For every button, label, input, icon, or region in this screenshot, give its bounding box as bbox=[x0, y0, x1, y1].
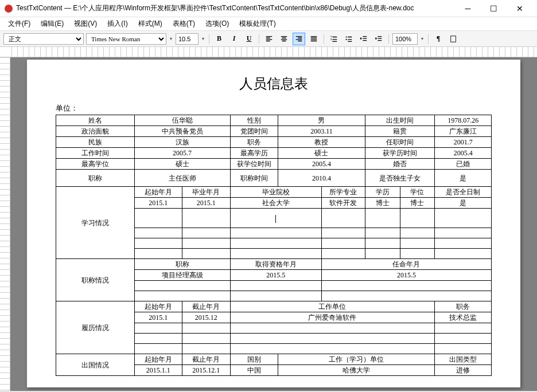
cell[interactable]: 职称时间 bbox=[230, 170, 278, 187]
cell[interactable]: 政治面貌 bbox=[56, 126, 135, 137]
cell[interactable]: 进修 bbox=[435, 365, 492, 376]
cell[interactable]: 国别 bbox=[230, 354, 278, 365]
cell[interactable]: 工作时间 bbox=[56, 148, 135, 159]
cell[interactable]: 所学专业 bbox=[321, 187, 365, 198]
cell[interactable]: 职称情况 bbox=[56, 259, 135, 301]
cell[interactable]: 最高学位 bbox=[56, 159, 135, 170]
cell[interactable]: 学位 bbox=[400, 187, 435, 198]
cell[interactable]: 截止年月 bbox=[182, 354, 230, 365]
cell[interactable]: 主任医师 bbox=[134, 170, 230, 187]
cell[interactable]: 是否全日制 bbox=[435, 187, 492, 198]
cell[interactable]: 毕业院校 bbox=[230, 187, 321, 198]
cell[interactable]: 1978.07.26 bbox=[435, 115, 492, 126]
cell[interactable]: 2015.5 bbox=[321, 270, 491, 281]
align-justify-button[interactable] bbox=[308, 33, 320, 45]
font-combo[interactable]: Times New Roman bbox=[86, 33, 166, 45]
cell[interactable]: 2015.1 bbox=[134, 312, 182, 323]
cell[interactable]: 中共预备党员 bbox=[134, 126, 230, 137]
cell[interactable]: 2015.12 bbox=[182, 312, 230, 323]
cell[interactable]: 最高学历 bbox=[230, 148, 278, 159]
cell[interactable]: 中国 bbox=[230, 365, 278, 376]
cell[interactable]: 任职时间 bbox=[365, 137, 434, 148]
vertical-ruler[interactable] bbox=[0, 57, 10, 391]
cell[interactable]: 取得资格年月 bbox=[230, 259, 321, 270]
cell[interactable]: 出生时间 bbox=[365, 115, 434, 126]
zoom-combo[interactable] bbox=[392, 33, 418, 45]
bullet-list-button[interactable] bbox=[343, 33, 355, 45]
cell[interactable]: 男 bbox=[278, 115, 365, 126]
cell[interactable]: 2015.5 bbox=[230, 270, 321, 281]
horizontal-ruler[interactable] bbox=[0, 47, 537, 57]
cell[interactable]: 职称 bbox=[56, 170, 135, 187]
italic-button[interactable]: I bbox=[228, 33, 240, 45]
cell[interactable]: 职务 bbox=[230, 137, 278, 148]
cell[interactable]: 截止年月 bbox=[182, 301, 230, 312]
close-button[interactable]: ✕ bbox=[507, 1, 532, 17]
align-center-button[interactable] bbox=[278, 33, 290, 45]
cell[interactable]: 出国类型 bbox=[435, 354, 492, 365]
cell[interactable]: 博士 bbox=[400, 198, 435, 209]
cell[interactable]: 2003.11 bbox=[278, 126, 365, 137]
dropdown-icon[interactable]: ▾ bbox=[201, 33, 205, 45]
cell[interactable]: 性别 bbox=[230, 115, 278, 126]
cell[interactable]: 职称 bbox=[134, 259, 230, 270]
dropdown-icon[interactable]: ▾ bbox=[420, 33, 425, 45]
cell[interactable]: 获学历时间 bbox=[365, 148, 434, 159]
underline-button[interactable]: U bbox=[243, 33, 255, 45]
menu-format[interactable]: 样式(M) bbox=[134, 18, 167, 30]
cell[interactable]: 2015.12.1 bbox=[182, 365, 230, 376]
cell[interactable]: 是否独生子女 bbox=[365, 170, 434, 187]
cell[interactable]: 伍华聪 bbox=[134, 115, 230, 126]
cell[interactable]: 2015.1 bbox=[134, 198, 182, 209]
cell[interactable]: 起始年月 bbox=[134, 354, 182, 365]
outdent-button[interactable] bbox=[357, 33, 370, 45]
cell[interactable]: 起始年月 bbox=[134, 187, 182, 198]
cell[interactable]: 党团时间 bbox=[230, 126, 278, 137]
cell[interactable]: 2010.4 bbox=[278, 170, 365, 187]
minimize-button[interactable]: ─ bbox=[455, 1, 481, 17]
numbered-list-button[interactable]: 12 bbox=[328, 33, 340, 45]
cell[interactable]: 2015.1.1 bbox=[134, 365, 182, 376]
cell[interactable]: 广州爱奇迪软件 bbox=[230, 312, 435, 323]
cell[interactable]: 2005.4 bbox=[278, 159, 365, 170]
cell[interactable]: 广东廉江 bbox=[435, 126, 492, 137]
cell[interactable]: 民族 bbox=[56, 137, 135, 148]
dropdown-icon[interactable]: ▾ bbox=[169, 33, 173, 45]
cell[interactable]: 姓名 bbox=[56, 115, 135, 126]
menu-options[interactable]: 选项(O) bbox=[201, 18, 234, 30]
menu-table[interactable]: 表格(T) bbox=[168, 18, 200, 30]
menu-view[interactable]: 视图(V) bbox=[69, 18, 102, 30]
cell[interactable]: 项目经理高级 bbox=[134, 270, 230, 281]
cell[interactable]: 技术总监 bbox=[435, 312, 492, 323]
cell[interactable]: 社会大学 bbox=[230, 198, 321, 209]
menu-file[interactable]: 文件(F) bbox=[3, 18, 35, 30]
cell[interactable]: 获学位时间 bbox=[230, 159, 278, 170]
cell[interactable]: 硕士 bbox=[278, 148, 365, 159]
cell[interactable]: 工作（学习）单位 bbox=[278, 354, 435, 365]
cell[interactable]: 任命年月 bbox=[321, 259, 491, 270]
cell[interactable]: 学历 bbox=[365, 187, 400, 198]
cell[interactable]: 出国情况 bbox=[56, 354, 135, 376]
cell[interactable]: 2015.1 bbox=[182, 198, 230, 209]
maximize-button[interactable]: ☐ bbox=[481, 1, 507, 17]
cell[interactable]: 职务 bbox=[435, 301, 492, 312]
menu-template[interactable]: 模板处理(T) bbox=[235, 18, 280, 30]
cell[interactable]: 学习情况 bbox=[56, 187, 135, 259]
size-combo[interactable] bbox=[176, 33, 199, 45]
pilcrow-button[interactable]: ¶ bbox=[432, 33, 445, 45]
cell[interactable]: 履历情况 bbox=[56, 301, 135, 354]
cell[interactable]: 2005.7 bbox=[134, 148, 230, 159]
cell[interactable]: 是 bbox=[435, 170, 492, 187]
cell[interactable]: 博士 bbox=[365, 198, 400, 209]
menu-insert[interactable]: 插入(I) bbox=[103, 18, 132, 30]
cell[interactable]: 硕士 bbox=[134, 159, 230, 170]
document-icon[interactable] bbox=[447, 33, 460, 45]
cell[interactable]: 已婚 bbox=[435, 159, 492, 170]
cell[interactable]: 婚否 bbox=[365, 159, 434, 170]
cell[interactable]: 工作单位 bbox=[230, 301, 435, 312]
cell[interactable]: 软件开发 bbox=[321, 198, 365, 209]
align-left-button[interactable] bbox=[263, 33, 275, 45]
align-right-button[interactable] bbox=[293, 33, 305, 45]
cell[interactable]: 是 bbox=[435, 198, 492, 209]
cell[interactable]: 毕业年月 bbox=[182, 187, 230, 198]
